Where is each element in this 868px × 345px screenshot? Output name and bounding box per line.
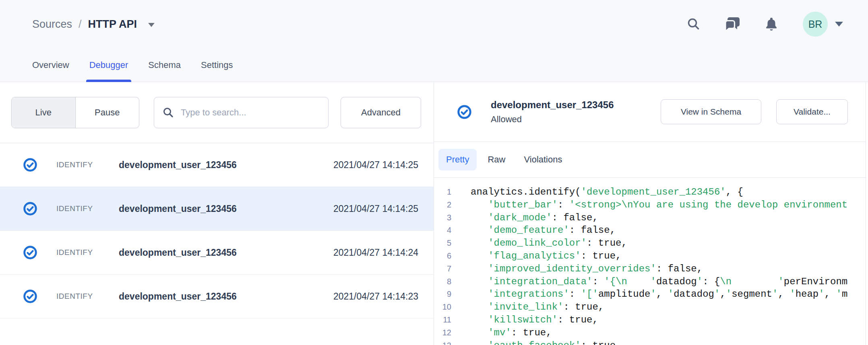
event-timestamp: 2021/04/27 14:14:24 bbox=[333, 247, 418, 258]
top-bar: Sources / HTTP API bbox=[0, 0, 868, 48]
code-text: analytics.identify('development_user_123… bbox=[471, 186, 743, 199]
tab-settings[interactable]: Settings bbox=[201, 48, 233, 82]
event-list: IDENTIFYdevelopment_user_1234562021/04/2… bbox=[0, 143, 434, 318]
event-timestamp: 2021/04/27 14:14:25 bbox=[333, 160, 418, 170]
line-number: 9 bbox=[434, 288, 451, 301]
tab-label: Overview bbox=[32, 60, 69, 70]
code-line: 6 'flag_analytics': true, bbox=[434, 250, 866, 263]
search-icon[interactable] bbox=[686, 16, 701, 32]
event-timestamp: 2021/04/27 14:14:25 bbox=[333, 203, 418, 214]
code-text: 'demo_link_color': true, bbox=[471, 237, 627, 250]
event-status-label: Allowed bbox=[491, 114, 614, 125]
event-detail-actions: View in Schema Validate... bbox=[661, 99, 848, 124]
event-type-label: IDENTIFY bbox=[56, 160, 119, 169]
event-type-label: IDENTIFY bbox=[56, 248, 119, 257]
line-number: 3 bbox=[434, 212, 451, 224]
event-name: development_user_123456 bbox=[119, 160, 237, 170]
line-number: 5 bbox=[434, 237, 451, 250]
code-text: 'oauth_facebook': true, bbox=[471, 339, 621, 345]
payload-tab-pretty[interactable]: Pretty bbox=[438, 149, 477, 170]
code-text: 'flag_analytics': true, bbox=[471, 250, 621, 263]
tab-overview[interactable]: Overview bbox=[32, 48, 69, 82]
breadcrumb-separator: / bbox=[79, 18, 82, 31]
allowed-check-icon bbox=[23, 245, 37, 260]
breadcrumb-sources[interactable]: Sources bbox=[32, 18, 72, 31]
code-text: 'killswitch': true, bbox=[471, 314, 598, 327]
event-search-box bbox=[154, 97, 329, 128]
live-pause-toggle: Live Pause bbox=[11, 97, 139, 128]
event-row[interactable]: IDENTIFYdevelopment_user_1234562021/04/2… bbox=[0, 143, 434, 187]
event-search-input[interactable] bbox=[181, 107, 320, 118]
line-number: 12 bbox=[434, 327, 451, 339]
line-number: 11 bbox=[434, 314, 451, 327]
payload-tab-raw[interactable]: Raw bbox=[480, 149, 513, 170]
line-number: 10 bbox=[434, 301, 451, 314]
code-line: 1analytics.identify('development_user_12… bbox=[434, 186, 866, 199]
code-line: 3 'dark_mode': false, bbox=[434, 212, 866, 224]
advanced-button[interactable]: Advanced bbox=[341, 97, 421, 128]
debugger-page: Sources / HTTP API bbox=[0, 0, 868, 345]
event-name: development_user_123456 bbox=[119, 203, 237, 214]
event-detail-header: development_user_123456 Allowed View in … bbox=[434, 82, 866, 142]
code-text: 'integrations': '['amplitude', 'datadog'… bbox=[471, 288, 847, 301]
view-in-schema-button[interactable]: View in Schema bbox=[661, 99, 761, 124]
event-stream-panel: Live Pause Advanced IDENTIFYdevelopment_… bbox=[0, 82, 434, 345]
notifications-bell-icon[interactable] bbox=[763, 16, 779, 32]
validate-button[interactable]: Validate... bbox=[776, 99, 848, 124]
event-detail-panel: development_user_123456 Allowed View in … bbox=[434, 82, 866, 345]
breadcrumb-source-name[interactable]: HTTP API bbox=[88, 18, 137, 31]
payload-tab-violations[interactable]: Violations bbox=[516, 149, 570, 170]
code-line: 11 'killswitch': true, bbox=[434, 314, 866, 327]
event-type-label: IDENTIFY bbox=[56, 204, 119, 213]
active-tab-underline bbox=[86, 80, 132, 82]
payload-view-tabs: PrettyRawViolations bbox=[434, 142, 866, 178]
allowed-check-icon bbox=[457, 105, 472, 119]
payload-code-view[interactable]: 1analytics.identify('development_user_12… bbox=[434, 178, 866, 345]
allowed-check-icon bbox=[23, 289, 37, 304]
search-input-icon bbox=[162, 107, 174, 119]
code-line: 13 'oauth_facebook': true, bbox=[434, 339, 866, 345]
event-detail-title: development_user_123456 bbox=[491, 99, 614, 111]
code-text: 'mv': true, bbox=[471, 327, 552, 339]
tab-debugger[interactable]: Debugger bbox=[89, 48, 128, 82]
stream-controls: Live Pause Advanced bbox=[0, 82, 434, 143]
debugger-content: Live Pause Advanced IDENTIFYdevelopment_… bbox=[0, 82, 868, 345]
pause-button[interactable]: Pause bbox=[76, 97, 139, 128]
avatar[interactable]: BR bbox=[803, 12, 828, 37]
code-line: 5 'demo_link_color': true, bbox=[434, 237, 866, 250]
allowed-check-icon bbox=[23, 158, 37, 172]
event-detail-titles: development_user_123456 Allowed bbox=[491, 99, 614, 125]
source-dropdown-caret-icon[interactable] bbox=[148, 23, 155, 27]
code-line: 10 'invite_link': true, bbox=[434, 301, 866, 314]
code-text: 'invite_link': true, bbox=[471, 301, 604, 314]
live-button[interactable]: Live bbox=[12, 97, 76, 128]
tab-label: Debugger bbox=[89, 60, 128, 70]
code-line: 12 'mv': true, bbox=[434, 327, 866, 339]
source-nav-tabs: OverviewDebuggerSchemaSettings bbox=[0, 48, 868, 82]
tab-schema[interactable]: Schema bbox=[148, 48, 181, 82]
code-line: 9 'integrations': '['amplitude', 'datado… bbox=[434, 288, 866, 301]
code-line: 7 'improved_identity_overrides': false, bbox=[434, 263, 866, 275]
account-menu-caret-icon[interactable] bbox=[835, 22, 843, 27]
event-type-label: IDENTIFY bbox=[56, 292, 119, 301]
code-line: 4 'demo_feature': false, bbox=[434, 224, 866, 237]
event-row[interactable]: IDENTIFYdevelopment_user_1234562021/04/2… bbox=[0, 187, 434, 231]
code-text: 'integration_data': '{\n 'datadog': {\n … bbox=[471, 275, 847, 288]
event-row[interactable]: IDENTIFYdevelopment_user_1234562021/04/2… bbox=[0, 275, 434, 318]
event-row[interactable]: IDENTIFYdevelopment_user_1234562021/04/2… bbox=[0, 231, 434, 275]
top-bar-actions: BR bbox=[686, 0, 843, 48]
chat-icon[interactable] bbox=[724, 15, 742, 33]
code-line: 8 'integration_data': '{\n 'datadog': {\… bbox=[434, 275, 866, 288]
code-text: 'butter_bar': '<strong>\nYou are using t… bbox=[471, 199, 847, 212]
line-number: 8 bbox=[434, 275, 451, 288]
code-line: 2 'butter_bar': '<strong>\nYou are using… bbox=[434, 199, 866, 212]
line-number: 4 bbox=[434, 224, 451, 237]
event-timestamp: 2021/04/27 14:14:23 bbox=[333, 291, 418, 302]
line-number: 2 bbox=[434, 199, 451, 212]
line-number: 6 bbox=[434, 250, 451, 263]
code-text: 'improved_identity_overrides': false, bbox=[471, 263, 703, 275]
event-name: development_user_123456 bbox=[119, 291, 237, 302]
event-name: development_user_123456 bbox=[119, 247, 237, 258]
code-text: 'dark_mode': false, bbox=[471, 212, 598, 224]
line-number: 13 bbox=[434, 339, 451, 345]
